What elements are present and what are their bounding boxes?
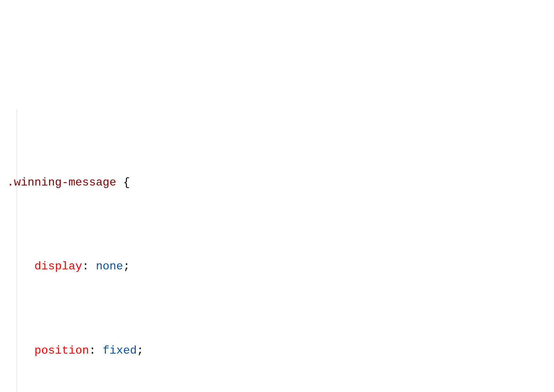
css-selector-line: .winning-message { bbox=[7, 172, 547, 193]
css-selector: .winning-message bbox=[7, 176, 116, 189]
css-value: none bbox=[96, 260, 123, 273]
open-brace: { bbox=[116, 176, 130, 189]
css-declaration-line: display: none; bbox=[7, 256, 547, 277]
css-declaration-line: position: fixed; bbox=[7, 340, 547, 361]
css-code-block: .winning-message { display: none; positi… bbox=[7, 88, 547, 392]
css-property: position bbox=[34, 344, 89, 357]
css-property: display bbox=[34, 260, 82, 273]
indent-guide bbox=[17, 109, 17, 392]
css-value: fixed bbox=[103, 344, 137, 357]
